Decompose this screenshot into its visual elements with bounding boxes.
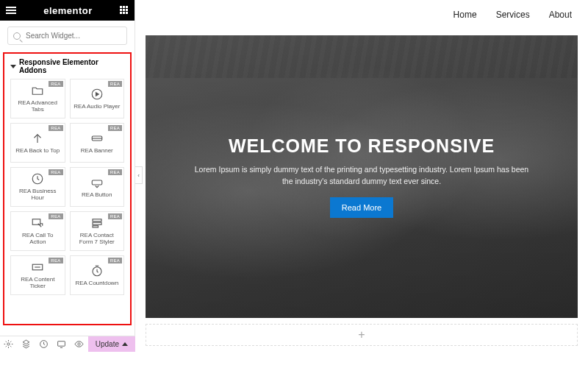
- widget-label: REA Countdown: [72, 280, 121, 287]
- nav-home[interactable]: Home: [453, 10, 477, 20]
- widget-badge: REA: [108, 81, 122, 87]
- hero-content: WELCOME TO RESPONSIVE Lorem Ipsum is sim…: [146, 35, 578, 318]
- ticker-icon: [31, 261, 44, 274]
- widget-label: REA Content Ticker: [11, 277, 65, 290]
- chevron-up-icon: [122, 342, 128, 346]
- widget-label: REA Audio Player: [71, 104, 123, 110]
- countdown-icon: [90, 264, 104, 277]
- banner-icon: [90, 132, 104, 145]
- update-button[interactable]: Update: [88, 336, 135, 352]
- collapse-panel-button[interactable]: ‹: [135, 166, 143, 184]
- widget-label: REA Call To Action: [11, 233, 65, 246]
- folder-icon: [31, 84, 44, 97]
- button-icon: [90, 176, 104, 189]
- arrowup-icon: [31, 132, 44, 145]
- add-section-button[interactable]: +: [146, 324, 578, 346]
- search-row: [0, 21, 135, 51]
- settings-icon[interactable]: [0, 336, 18, 352]
- widget-card[interactable]: REAREA Content Ticker: [10, 255, 65, 295]
- site-nav: Home Services About: [135, 0, 588, 29]
- apps-icon[interactable]: [120, 6, 129, 15]
- widget-card[interactable]: REAREA Button: [70, 167, 125, 207]
- preview-icon[interactable]: [71, 336, 88, 352]
- hero-section[interactable]: WELCOME TO RESPONSIVE Lorem Ipsum is sim…: [146, 35, 578, 318]
- widget-badge: REA: [49, 213, 62, 219]
- widget-card[interactable]: REAREA Business Hour: [10, 167, 65, 207]
- widget-label: REA Banner: [78, 148, 116, 155]
- widget-badge: REA: [49, 125, 62, 131]
- svg-point-10: [7, 343, 10, 345]
- svg-rect-4: [33, 219, 41, 225]
- widget-card[interactable]: REAREA Back to Top: [10, 123, 65, 163]
- elementor-sidebar: elementor Responsive Elementor Addons RE…: [0, 0, 135, 352]
- menu-icon[interactable]: [6, 7, 16, 14]
- update-label: Update: [96, 340, 119, 348]
- nav-about[interactable]: About: [549, 10, 572, 20]
- read-more-button[interactable]: Read More: [330, 197, 393, 218]
- widget-badge: REA: [108, 258, 122, 263]
- hero-heading[interactable]: WELCOME TO RESPONSIVE: [229, 135, 495, 157]
- sidebar-topbar: elementor: [0, 0, 135, 21]
- hero-text[interactable]: Lorem Ipsum is simply dummy text of the …: [193, 164, 531, 188]
- svg-rect-3: [92, 180, 102, 185]
- widget-badge: REA: [49, 81, 62, 87]
- search-input[interactable]: [7, 26, 127, 45]
- widget-badge: REA: [108, 213, 122, 219]
- svg-point-13: [78, 343, 80, 345]
- nav-services[interactable]: Services: [496, 10, 530, 20]
- brand-logo: elementor: [43, 5, 93, 16]
- widget-badge: REA: [49, 258, 62, 263]
- widget-card[interactable]: REAREA Banner: [70, 123, 125, 163]
- widget-card[interactable]: REAREA Advanced Tabs: [10, 79, 65, 118]
- cta-icon: [31, 216, 44, 230]
- play-icon: [90, 88, 104, 101]
- widget-label: REA Advanced Tabs: [11, 100, 65, 113]
- widget-label: REA Business Hour: [11, 188, 65, 202]
- widget-badge: REA: [49, 169, 62, 175]
- chevron-down-icon: [10, 65, 16, 68]
- widget-card[interactable]: REAREA Countdown: [70, 255, 125, 295]
- clock-icon: [31, 172, 44, 185]
- svg-rect-7: [93, 226, 98, 227]
- preview-canvas: Home Services About ‹ WELCOME TO RESPONS…: [135, 0, 588, 352]
- section-header[interactable]: Responsive Elementor Addons: [4, 54, 130, 79]
- responsive-icon[interactable]: [53, 336, 71, 352]
- form-icon: [90, 216, 104, 230]
- widget-label: REA Button: [79, 192, 115, 199]
- widget-label: REA Contact Form 7 Styler: [71, 233, 124, 246]
- navigator-icon[interactable]: [18, 336, 35, 352]
- widget-badge: REA: [108, 169, 122, 175]
- sidebar-footer: Update: [0, 336, 135, 352]
- widget-badge: REA: [108, 125, 122, 131]
- svg-rect-12: [58, 342, 65, 347]
- widget-label: REA Back to Top: [12, 148, 62, 155]
- search-icon: [13, 32, 21, 40]
- plus-icon: +: [358, 328, 365, 342]
- widgets-section: Responsive Elementor Addons REAREA Advan…: [3, 52, 132, 325]
- svg-rect-5: [93, 219, 101, 222]
- history-icon[interactable]: [35, 336, 53, 352]
- widget-card[interactable]: REAREA Call To Action: [10, 211, 65, 251]
- section-title: Responsive Elementor Addons: [19, 58, 124, 74]
- svg-rect-6: [93, 222, 101, 224]
- widget-card[interactable]: REAREA Contact Form 7 Styler: [70, 211, 125, 251]
- widget-card[interactable]: REAREA Audio Player: [70, 79, 125, 118]
- widgets-grid: REAREA Advanced TabsREAREA Audio PlayerR…: [4, 79, 130, 301]
